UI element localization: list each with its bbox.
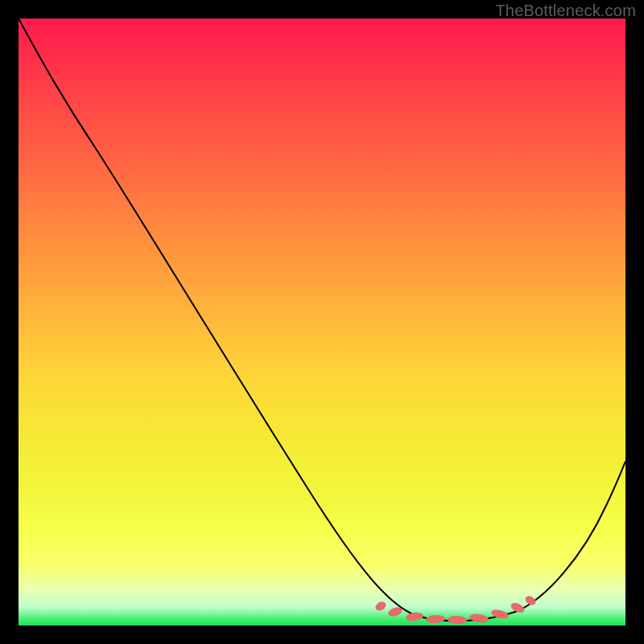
marker-dot [405,612,423,622]
marker-dot [523,594,537,607]
plot-area [19,19,625,625]
watermark-text: TheBottleneck.com [495,2,636,20]
chart-frame: TheBottleneck.com [0,0,644,644]
marker-dot [374,600,387,613]
marker-dot [490,608,510,620]
curve-overlay [19,19,625,625]
marker-dot [469,613,489,623]
bottleneck-curve-line [19,19,625,621]
marker-dot [426,614,445,623]
marker-dot [448,616,467,625]
optimal-zone-markers [374,594,537,625]
